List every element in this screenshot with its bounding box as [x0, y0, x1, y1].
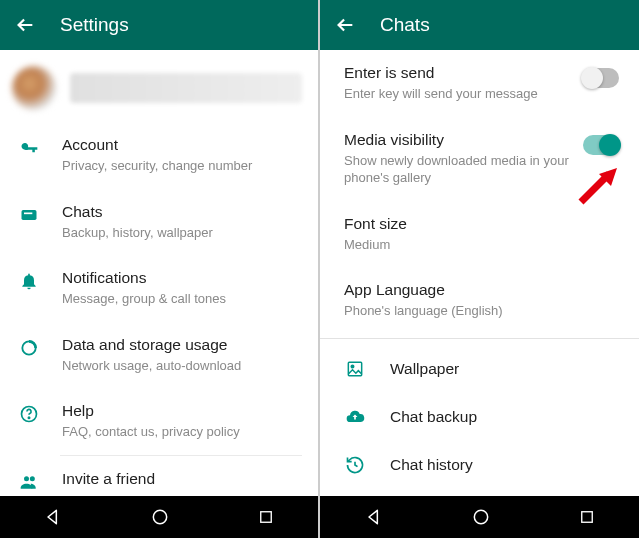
divider — [320, 338, 639, 339]
menu-item-help[interactable]: Help FAQ, contact us, privacy policy — [0, 388, 318, 455]
profile-name-blurred — [70, 73, 302, 103]
wallpaper-icon — [344, 359, 366, 379]
action-chat-history[interactable]: Chat history — [320, 441, 639, 489]
svg-rect-0 — [22, 210, 37, 220]
menu-subtitle: Network usage, auto-download — [62, 357, 302, 375]
svg-rect-12 — [581, 512, 592, 523]
menu-item-account[interactable]: Account Privacy, security, change number — [0, 122, 318, 189]
menu-title: Help — [62, 402, 302, 420]
setting-app-language[interactable]: App Language Phone's language (English) — [320, 267, 639, 334]
menu-subtitle: FAQ, contact us, privacy policy — [62, 423, 302, 441]
nav-back-icon[interactable] — [43, 507, 63, 527]
setting-title: Media visibility — [344, 131, 569, 149]
chat-icon — [18, 203, 40, 225]
setting-media-visibility[interactable]: Media visibility Show newly downloaded m… — [320, 117, 639, 201]
svg-point-5 — [24, 476, 29, 481]
menu-title: Invite a friend — [62, 470, 302, 488]
chats-screen: Chats Enter is send Enter key will send … — [320, 0, 639, 538]
settings-appbar: Settings — [0, 0, 318, 50]
bell-icon — [18, 269, 40, 291]
setting-subtitle: Enter key will send your message — [344, 85, 569, 103]
svg-point-4 — [28, 417, 29, 418]
menu-title: Data and storage usage — [62, 336, 302, 354]
menu-subtitle: Message, group & call tones — [62, 290, 302, 308]
menu-item-notifications[interactable]: Notifications Message, group & call tone… — [0, 255, 318, 322]
chats-appbar: Chats — [320, 0, 639, 50]
menu-subtitle: Backup, history, wallpaper — [62, 224, 302, 242]
nav-home-icon[interactable] — [471, 507, 491, 527]
toggle-switch[interactable] — [583, 135, 619, 155]
toggle-switch[interactable] — [583, 68, 619, 88]
action-title: Chat backup — [390, 408, 477, 426]
svg-point-7 — [153, 510, 166, 523]
menu-title: Account — [62, 136, 302, 154]
history-icon — [344, 455, 366, 475]
avatar — [12, 66, 56, 110]
nav-home-icon[interactable] — [150, 507, 170, 527]
setting-subtitle: Phone's language (English) — [344, 302, 619, 320]
settings-screen: Settings Account Privacy, security, chan… — [0, 0, 320, 538]
nav-recents-icon[interactable] — [257, 508, 275, 526]
cloud-upload-icon — [344, 407, 366, 427]
setting-title: Font size — [344, 215, 619, 233]
back-icon[interactable] — [14, 14, 36, 36]
action-wallpaper[interactable]: Wallpaper — [320, 345, 639, 393]
data-usage-icon — [18, 336, 40, 358]
settings-content: Account Privacy, security, change number… — [0, 50, 318, 496]
svg-point-6 — [30, 476, 35, 481]
page-title: Settings — [60, 14, 129, 36]
people-icon — [18, 470, 40, 492]
setting-enter-is-send[interactable]: Enter is send Enter key will send your m… — [320, 50, 639, 117]
help-icon — [18, 402, 40, 424]
svg-rect-8 — [260, 512, 271, 523]
android-navbar — [0, 496, 318, 538]
menu-item-invite[interactable]: Invite a friend — [0, 456, 318, 496]
setting-subtitle: Medium — [344, 236, 619, 254]
nav-back-icon[interactable] — [364, 507, 384, 527]
chats-content: Enter is send Enter key will send your m… — [320, 50, 639, 496]
svg-rect-9 — [348, 362, 361, 375]
svg-point-10 — [351, 365, 354, 368]
android-navbar — [320, 496, 639, 538]
page-title: Chats — [380, 14, 430, 36]
setting-title: App Language — [344, 281, 619, 299]
action-title: Wallpaper — [390, 360, 459, 378]
setting-subtitle: Show newly downloaded media in your phon… — [344, 152, 569, 187]
svg-point-11 — [474, 510, 487, 523]
menu-item-data-storage[interactable]: Data and storage usage Network usage, au… — [0, 322, 318, 389]
menu-title: Chats — [62, 203, 302, 221]
menu-subtitle: Privacy, security, change number — [62, 157, 302, 175]
back-icon[interactable] — [334, 14, 356, 36]
svg-rect-1 — [24, 212, 32, 214]
menu-item-chats[interactable]: Chats Backup, history, wallpaper — [0, 189, 318, 256]
profile-row[interactable] — [0, 50, 318, 122]
key-icon — [18, 136, 40, 158]
action-chat-backup[interactable]: Chat backup — [320, 393, 639, 441]
nav-recents-icon[interactable] — [578, 508, 596, 526]
action-title: Chat history — [390, 456, 473, 474]
setting-title: Enter is send — [344, 64, 569, 82]
setting-font-size[interactable]: Font size Medium — [320, 201, 639, 268]
menu-title: Notifications — [62, 269, 302, 287]
